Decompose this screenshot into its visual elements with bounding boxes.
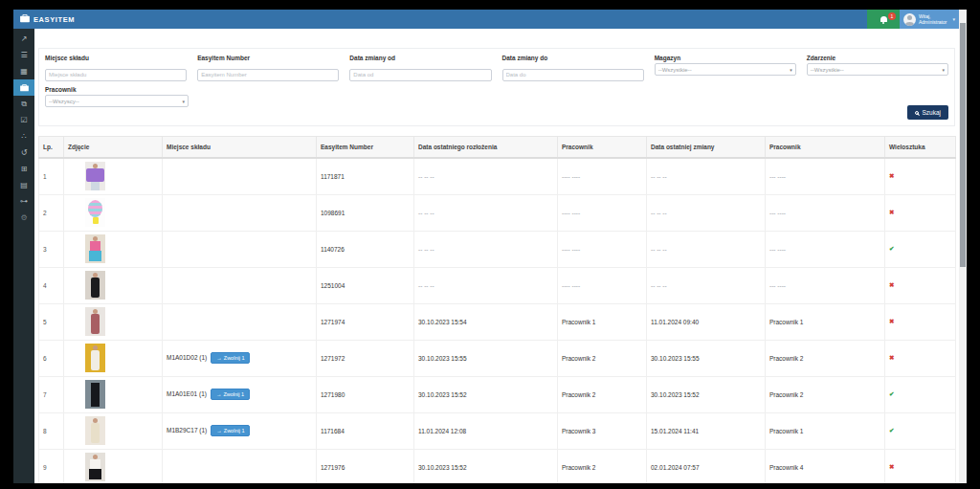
release-arrow-icon: → xyxy=(216,355,222,361)
chevron-down-icon: ▾ xyxy=(943,64,946,77)
product-photo-black-long-dress[interactable] xyxy=(85,271,105,300)
sidebar-item-dashboard[interactable]: ↗ xyxy=(13,31,34,47)
scrollbar-thumb[interactable] xyxy=(960,23,966,267)
pracownik-cell: --- ---- xyxy=(766,158,885,194)
easyitem-number-cell-value: 1271974 xyxy=(321,319,345,325)
list-icon: ☰ xyxy=(20,51,27,59)
product-photo-white-top-black-skirt[interactable] xyxy=(85,453,105,481)
pracownik-cell-value: ---- ---- xyxy=(562,246,580,253)
data-rozlozenia-cell-value: -- -- -- xyxy=(418,173,434,180)
easyitem-number-cell: 1171684 xyxy=(317,412,414,449)
pracownik-select[interactable]: --Wszyscy--▾ xyxy=(45,95,189,107)
data-rozlozenia-cell: 11.01.2024 12:08 xyxy=(414,412,558,449)
data-rozlozenia-cell: -- -- -- xyxy=(414,194,558,231)
data-rozlozenia-cell: 30.10.2023 15:54 xyxy=(414,303,558,340)
column-header-5: Pracownik xyxy=(558,137,647,159)
magazyn-select[interactable]: --Wszystkie--▾ xyxy=(655,63,796,76)
sidebar-item-grid[interactable]: ▦ xyxy=(13,63,34,79)
pracownik-cell-value: ---- ---- xyxy=(562,210,580,216)
sidebar-item-settings[interactable]: ⚙ xyxy=(13,210,34,226)
pracownik-cell: ---- ---- xyxy=(558,194,647,231)
check-icon: ✔ xyxy=(889,245,894,252)
data-rozlozenia-cell-value: 11.01.2024 12:08 xyxy=(418,428,466,434)
calculator-icon: ⊞ xyxy=(21,165,28,173)
data-zmiany-od-label: Data zmiany od xyxy=(349,55,491,61)
pracownik-cell: ---- ---- xyxy=(558,158,647,194)
release-button[interactable]: →Zwolnij 1 xyxy=(211,425,250,436)
sidebar-item-easyitem[interactable] xyxy=(13,79,34,96)
sidebar-item-calculator[interactable]: ⊞ xyxy=(13,161,34,177)
briefcase-icon xyxy=(20,83,29,92)
miejsce-skladu-label: Miejsce składu xyxy=(45,55,187,61)
data-zmiany-cell: -- -- -- xyxy=(647,194,766,231)
product-photo-black-leather-pants[interactable] xyxy=(85,380,105,409)
cross-icon: ✖ xyxy=(889,318,894,324)
release-button[interactable]: →Zwolnij 1 xyxy=(211,352,250,364)
easyitem-number-cell: 1098691 xyxy=(317,194,414,231)
wielosztuka-cell: ✖ xyxy=(885,449,956,483)
easyitem-number-cell-value: 1251004 xyxy=(321,282,345,289)
sidebar-item-list[interactable]: ☰ xyxy=(13,47,34,63)
pracownik-field: Pracownik--Wszyscy--▾ xyxy=(45,86,189,107)
sidebar-item-boxes[interactable]: ⧉ xyxy=(13,96,34,112)
sidebar-item-documents[interactable]: ▤ xyxy=(13,177,34,193)
data-zmiany-cell-value: 11.01.2024 09:40 xyxy=(651,319,699,325)
easyitem-number-cell-value: 1271980 xyxy=(321,391,345,398)
brand-label: EASYITEM xyxy=(33,15,75,24)
data-zmiany-cell-value: 15.01.2024 11:41 xyxy=(651,428,699,434)
data-rozlozenia-cell-value: 30.10.2023 15:52 xyxy=(418,391,467,398)
easyitem-number-field: Easyitem Number xyxy=(197,55,339,81)
miejsce-skladu-input[interactable] xyxy=(45,69,187,81)
column-header-6: Data ostatniej zmiany xyxy=(647,137,766,159)
row-index: 2 xyxy=(39,194,64,231)
pracownik-cell: --- ---- xyxy=(766,231,885,267)
product-photo-cream-knit-dress[interactable] xyxy=(85,416,105,445)
zdarzenie-selected-value: --Wszystkie-- xyxy=(811,67,844,73)
notifications-button[interactable]: 1 xyxy=(867,10,900,29)
row-index: 3 xyxy=(39,231,64,267)
sidebar-item-share[interactable]: ∴ xyxy=(13,128,34,144)
easyitem-number-cell: 1271974 xyxy=(317,303,414,340)
column-header-3: Easyitem Number xyxy=(317,137,414,159)
sidebar-item-history[interactable]: ↺ xyxy=(13,144,34,161)
miejsce-skladu-cell: M1A01E01 (1)→Zwolnij 1 xyxy=(163,376,317,412)
data-zmiany-cell: 30.10.2023 15:52 xyxy=(647,376,766,412)
easyitem-number-input[interactable] xyxy=(197,69,339,81)
user-menu[interactable]: Witaj, Administrator ▾ xyxy=(900,10,959,29)
easyitem-number-cell-value: 1171871 xyxy=(321,173,345,180)
pracownik-cell: Pracownik 2 xyxy=(558,340,647,376)
easyitem-number-cell-value: 1171684 xyxy=(321,428,345,434)
search-icon xyxy=(915,111,919,115)
zdarzenie-select[interactable]: --Wszystkie--▾ xyxy=(807,63,948,76)
product-photo-purple-oversize-tshirt[interactable] xyxy=(85,162,105,190)
data-rozlozenia-cell-value: -- -- -- xyxy=(418,210,434,216)
sidebar-item-calendar[interactable]: ☑ xyxy=(13,112,34,128)
search-button[interactable]: Szukaj xyxy=(907,105,948,120)
data-zmiany-od-input[interactable] xyxy=(349,69,491,81)
product-photo-rust-fitted-dress[interactable] xyxy=(85,307,105,336)
wielosztuka-cell: ✔ xyxy=(885,231,956,267)
miejsce-skladu-cell: M1B29C17 (1)→Zwolnij 1 xyxy=(163,412,317,449)
pracownik-cell-value: ---- ---- xyxy=(562,282,580,289)
vertical-scrollbar xyxy=(959,10,967,483)
product-photo-colorful-bikini-model[interactable] xyxy=(85,234,105,263)
sidebar-item-key[interactable]: ⊶ xyxy=(13,193,34,210)
miejsce-skladu-cell xyxy=(163,267,317,303)
gear-icon: ⚙ xyxy=(20,213,27,222)
pracownik-cell-value: --- ---- xyxy=(769,282,786,289)
release-button[interactable]: →Zwolnij 1 xyxy=(211,389,250,400)
column-header-1: Zdjęcie xyxy=(64,137,163,159)
product-photo-pastel-popit-balloon[interactable] xyxy=(85,198,105,227)
column-header-7: Pracownik xyxy=(766,137,885,159)
product-photo-white-dress-yellow-bg[interactable] xyxy=(85,344,105,372)
wielosztuka-cell: ✖ xyxy=(885,340,956,376)
wielosztuka-cell: ✖ xyxy=(885,267,956,303)
miejsce-skladu-value: M1B29C17 (1) xyxy=(167,427,207,433)
cross-icon: ✖ xyxy=(889,354,894,361)
key-icon: ⊶ xyxy=(20,197,28,206)
data-zmiany-cell: -- -- -- xyxy=(647,158,766,194)
chevron-down-icon: ▾ xyxy=(790,64,792,77)
magazyn-label: Magazyn xyxy=(655,55,796,61)
data-zmiany-do-input[interactable] xyxy=(502,69,644,81)
table-row: 7M1A01E01 (1)→Zwolnij 1127198030.10.2023… xyxy=(39,376,956,412)
